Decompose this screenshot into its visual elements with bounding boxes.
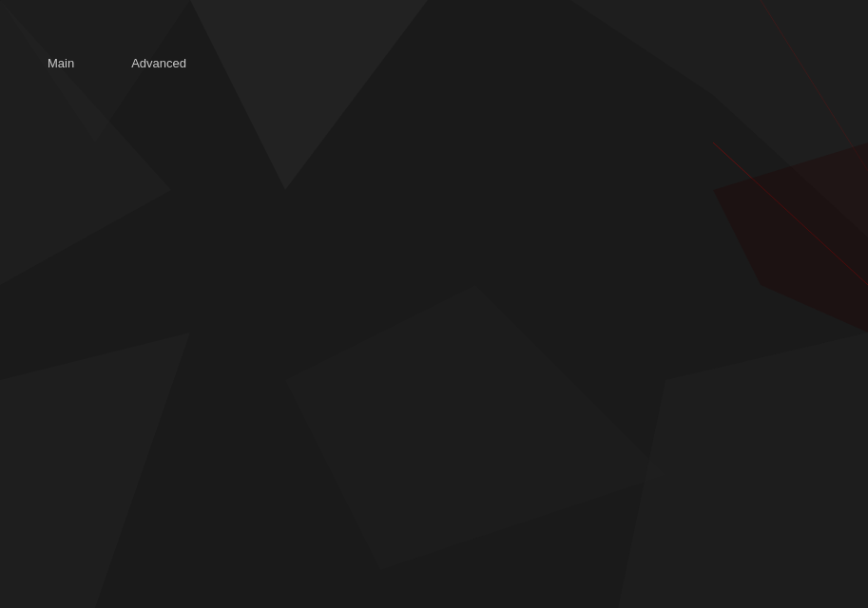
tab-main[interactable]: Main: [19, 48, 103, 78]
tab-advanced[interactable]: Advanced: [103, 48, 215, 78]
background-pattern: [0, 0, 868, 608]
main-container: — ✕ Main Advanced Genesis Macro Support …: [0, 0, 868, 608]
nav-left-tabs: Main Advanced: [19, 48, 215, 78]
